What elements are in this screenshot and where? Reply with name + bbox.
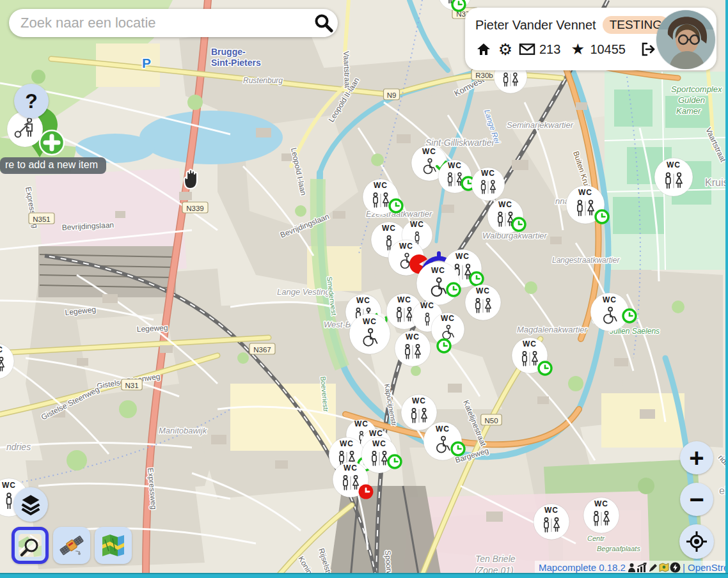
wc-marker-mf[interactable]: WC	[395, 331, 431, 366]
wc-marker-mf[interactable]: WC	[534, 504, 569, 540]
wc-marker-wheelchair[interactable]: WC	[349, 313, 390, 354]
map-label: Gulden	[678, 95, 705, 105]
attribution-bar: Mapcomplete 0.18.2 | OpenStreetMap	[535, 561, 728, 574]
wc-marker-label: WC	[369, 429, 383, 438]
mapcomplete-link[interactable]: Mapcomplete 0.18.2	[539, 562, 626, 573]
zoom-out-button[interactable]: −	[680, 483, 713, 516]
opening-hours-badge-green[interactable]	[438, 340, 450, 352]
crosshair-icon	[685, 530, 708, 553]
opening-hours-badge-green[interactable]	[388, 455, 401, 468]
layers-icon	[19, 492, 43, 517]
road-shield-label: R30b	[475, 72, 493, 79]
wc-marker-label: WC	[0, 345, 3, 354]
search-input[interactable]	[9, 15, 310, 31]
changesets-count: 10455	[590, 42, 626, 57]
road-shield-label: N367	[253, 346, 271, 354]
scroll-edge-right	[725, 0, 728, 578]
wc-marker-mf[interactable]: WC	[465, 285, 501, 320]
wc-marker-label: WC	[420, 301, 434, 310]
user-panel: Pieter Vander Vennet TESTING ⚙ 213 ★ 104…	[465, 8, 716, 70]
opening-hours-badge-red[interactable]	[359, 485, 374, 499]
opening-hours-badge-green[interactable]	[447, 283, 460, 296]
logout-icon[interactable]	[640, 41, 656, 58]
opening-hours-badge-green[interactable]	[539, 362, 551, 375]
map-label: Manitobawijk	[159, 426, 208, 435]
settings-gear-icon[interactable]: ⚙	[497, 41, 514, 58]
map-label: Sportcomplex	[671, 84, 722, 94]
wc-marker-label: WC	[441, 314, 455, 323]
wc-marker-label: WC	[2, 481, 16, 490]
contributor-icon[interactable]	[628, 563, 636, 573]
edit-pencil-icon[interactable]	[648, 563, 658, 573]
wc-marker-label: WC	[356, 296, 370, 305]
wc-marker-label: WC	[354, 419, 368, 428]
road-shield-label: N351	[33, 215, 51, 223]
background-layer-switcher	[12, 527, 132, 564]
road-shield-label: N31	[125, 382, 138, 389]
opening-hours-badge-green[interactable]	[623, 309, 636, 322]
zoom-in-button[interactable]: +	[680, 441, 713, 474]
wc-marker-label: WC	[410, 220, 424, 229]
map-label: Centr	[587, 535, 605, 542]
satellite-icon	[58, 532, 85, 559]
background-option-map[interactable]	[95, 527, 132, 564]
map-canvas[interactable]: Brugge-Sint-PietersRustenburgVaartstraat…	[0, 0, 728, 578]
wc-marker-label: WC	[397, 295, 411, 304]
wc-marker-label: WC	[667, 160, 681, 169]
map-label: Kruis	[705, 177, 728, 188]
statistics-icon[interactable]	[637, 563, 647, 573]
wc-marker-mf[interactable]: WC	[583, 497, 619, 533]
wc-marker-label: WC	[436, 425, 450, 434]
background-option-osm[interactable]	[12, 527, 49, 564]
openstreetmap-link[interactable]: OpenStreetMap	[688, 562, 728, 573]
map-label: Kamer	[676, 106, 701, 116]
wc-marker-label: WC	[412, 396, 426, 405]
osm-logo-icon	[17, 533, 43, 558]
map-cream-3	[601, 393, 684, 448]
wc-marker-label: WC	[431, 266, 445, 275]
search-icon[interactable]	[310, 9, 338, 37]
osm-badge-icon[interactable]	[670, 562, 681, 573]
attribution-separator: |	[683, 562, 685, 573]
wc-marker-mf[interactable]: WC	[471, 168, 505, 201]
wc-marker-label: WC	[374, 181, 388, 190]
messages-mail-icon[interactable]	[519, 41, 535, 58]
help-button[interactable]: ?	[14, 84, 49, 118]
wc-marker-label: WC	[340, 439, 354, 448]
opening-hours-badge-green[interactable]	[470, 272, 483, 285]
map-label: Sint-Pieters	[211, 58, 261, 68]
user-name[interactable]: Pieter Vander Vennet	[475, 18, 596, 33]
geolocate-button[interactable]	[679, 524, 714, 559]
add-item-tooltip: re to add a new item	[0, 157, 106, 174]
opening-hours-badge-green[interactable]	[596, 210, 608, 223]
wc-marker-label: WC	[481, 169, 495, 178]
road-shield-label: N50	[484, 417, 498, 425]
mapcomplete-app: Brugge-Sint-PietersRustenburgVaartstraat…	[0, 0, 728, 578]
map-rail-yard	[38, 246, 176, 297]
opening-hours-badge-green[interactable]	[512, 218, 525, 231]
theme-map-icon[interactable]	[659, 563, 669, 573]
wc-marker-label: WC	[603, 295, 617, 304]
opening-hours-badge-green[interactable]	[452, 442, 464, 455]
wc-marker-mf[interactable]: WC	[401, 394, 437, 430]
filter-layers-button[interactable]	[13, 487, 48, 522]
wc-marker-label: WC	[399, 242, 413, 251]
wc-marker-label: WC	[498, 200, 512, 209]
opening-hours-badge-green[interactable]	[390, 199, 402, 212]
map-label: P	[142, 56, 151, 70]
wc-marker-label: WC	[544, 506, 558, 515]
plus-glyph: +	[689, 445, 704, 471]
wc-marker-mf[interactable]: WC	[654, 158, 693, 196]
wc-marker-label: WC	[422, 147, 436, 156]
wc-marker-label: WC	[406, 332, 420, 341]
home-icon[interactable]	[475, 41, 492, 58]
opening-hours-badge-green[interactable]	[452, 0, 465, 11]
user-avatar[interactable]	[656, 10, 715, 69]
background-option-satellite[interactable]	[53, 527, 90, 564]
road-shield-label: N9	[387, 91, 397, 99]
map-label: Lange Vesting	[277, 287, 330, 297]
wc-marker-label: WC	[363, 317, 377, 326]
wc-marker-label: WC	[476, 286, 490, 295]
map-label: Ten Briele	[475, 554, 516, 564]
folded-map-icon	[100, 532, 127, 559]
